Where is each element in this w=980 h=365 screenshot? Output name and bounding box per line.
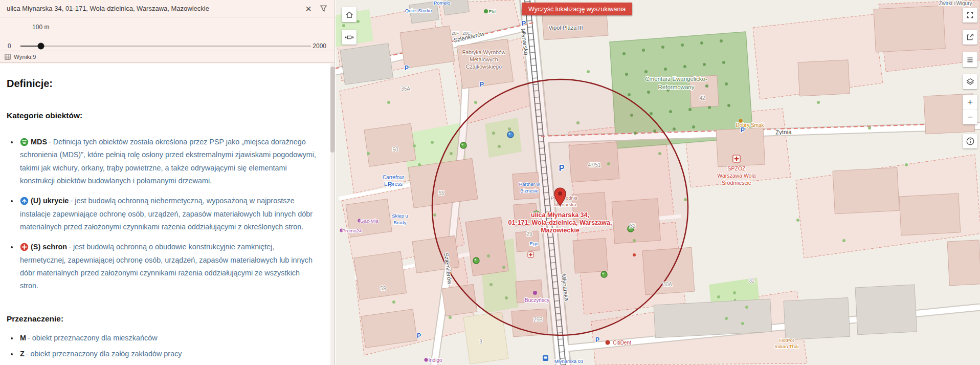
panel-scrollbar-thumb[interactable] (330, 67, 335, 153)
tree-dot (669, 110, 672, 113)
app-window: ulica Młynarska 34, 01-171, Wola-dzielni… (0, 0, 980, 365)
shelter-marker-mds[interactable] (628, 226, 634, 232)
tree-dot (745, 306, 748, 309)
bus-stop-icon (543, 355, 548, 361)
fullscreen-button[interactable] (963, 8, 977, 23)
panel-scrollbar[interactable] (330, 63, 335, 365)
hydrant-icon (633, 253, 636, 256)
results-grid-icon (5, 54, 11, 60)
shop-icon (533, 291, 537, 295)
search-input[interactable]: ulica Młynarska 34, 01-171, Wola-dzielni… (7, 5, 301, 12)
tree-dot (733, 291, 736, 294)
tree-dot (686, 87, 689, 90)
export-button[interactable] (963, 30, 977, 45)
results-count-label: Wyniki:9 (14, 54, 36, 60)
legend-button[interactable] (963, 52, 977, 67)
purpose-heading: Przeznaczenie: (7, 314, 319, 324)
tree-dot (688, 108, 692, 111)
shelter-marker-mds[interactable] (473, 257, 479, 264)
tree-dot (796, 219, 799, 222)
schron-icon (20, 243, 31, 251)
home-button[interactable] (342, 7, 357, 22)
slider-value-label: 100 m (32, 24, 49, 31)
tree-dot (727, 104, 730, 107)
slider-track[interactable] (20, 46, 311, 47)
tree-dot (905, 163, 908, 166)
left-panel: ulica Młynarska 34, 01-171, Wola-dzielni… (0, 0, 335, 365)
definition-term: (S) schron (31, 243, 67, 251)
tree-dot (628, 93, 631, 96)
tree-dot (708, 106, 711, 109)
tree-dot (418, 163, 421, 166)
garden-shop-icon (484, 9, 488, 13)
definition-term: (U) ukrycie (31, 197, 69, 205)
tree-dot (666, 89, 670, 92)
tree-dot (357, 20, 360, 23)
results-toggle[interactable]: Wyniki:9 (0, 51, 335, 63)
tree-dot (644, 70, 648, 73)
info-button[interactable] (963, 134, 977, 148)
purpose-item-z: Z- obiekt przeznaczony dla załóg zakładó… (18, 348, 319, 360)
slider-max-label: 2000 (313, 42, 326, 50)
definition-item-mds: MDS- Definicja tych obiektów została okr… (18, 136, 319, 187)
tree-dot (681, 44, 684, 47)
tree-dot (705, 84, 708, 88)
tree-dot (720, 39, 723, 42)
doc-title: Definicje: (7, 78, 319, 90)
purpose-item-m: M- obiekt przeznaczony dla mieszkańców (18, 332, 319, 345)
tree-dot (449, 316, 452, 319)
extent-button[interactable] (342, 30, 357, 45)
tree-dot (717, 295, 720, 298)
shelter-marker-mds[interactable] (601, 271, 607, 277)
shop-icon (340, 229, 344, 232)
map-canvas[interactable]: MłynarskaMłynarskaSzlenkierówSzlenkierów… (336, 0, 980, 365)
definitions-panel: Definicje: Kategorie obiektów: MDS- Defi… (0, 63, 335, 365)
shelter-marker-ukrycie[interactable] (507, 132, 514, 138)
tree-dot (622, 52, 626, 55)
tree-dot (817, 101, 820, 104)
tree-dot (661, 46, 664, 49)
tree-dot (587, 70, 590, 73)
tree-dot (431, 141, 434, 144)
shelter-marker-mds[interactable] (533, 211, 540, 217)
search-radius-circle (432, 79, 688, 335)
tree-dot (722, 61, 725, 64)
hospital-icon (733, 155, 740, 162)
tree-dot (367, 152, 370, 155)
tree-dot (725, 82, 728, 85)
tree-dot (700, 41, 703, 45)
restaurant-icon (739, 119, 743, 123)
slider-thumb[interactable] (37, 43, 44, 50)
tree-dot (647, 91, 650, 94)
zoom-in-button[interactable]: + (963, 95, 977, 110)
tree-dot (741, 322, 744, 325)
clear-search-location-button[interactable]: Wyczyść lokalizację wyszukiwania (522, 3, 632, 15)
filter-icon[interactable] (320, 5, 327, 12)
layers-button[interactable] (963, 74, 977, 89)
radius-slider-section: 0 100 m 2000 (0, 17, 335, 51)
tree-dot (725, 317, 728, 320)
tree-dot (392, 300, 395, 304)
tree-dot (683, 65, 686, 68)
tree-dot (387, 101, 390, 104)
search-clear-icon[interactable]: × (305, 4, 311, 14)
tree-dot (868, 126, 871, 130)
tree-dot (342, 24, 345, 27)
tree-dot (703, 63, 706, 66)
tree-dot (642, 49, 645, 52)
tree-dot (474, 101, 477, 104)
tree-dot (413, 144, 416, 147)
dentist-icon (606, 340, 610, 345)
zoom-out-button[interactable]: − (963, 110, 977, 124)
shelter-marker-mds[interactable] (460, 142, 466, 148)
map-area[interactable]: MłynarskaMłynarskaSzlenkierówSzlenkierów… (336, 0, 980, 365)
slider-min-label: 0 (8, 42, 11, 50)
shop-icon (358, 219, 362, 223)
tree-dot (673, 127, 676, 131)
tree-dot (692, 125, 695, 128)
tree-dot (650, 112, 653, 115)
tree-dot (625, 73, 628, 76)
shop-icon (425, 358, 428, 362)
search-bar[interactable]: ulica Młynarska 34, 01-171, Wola-dzielni… (0, 0, 335, 17)
ukrycie-icon (20, 197, 31, 205)
